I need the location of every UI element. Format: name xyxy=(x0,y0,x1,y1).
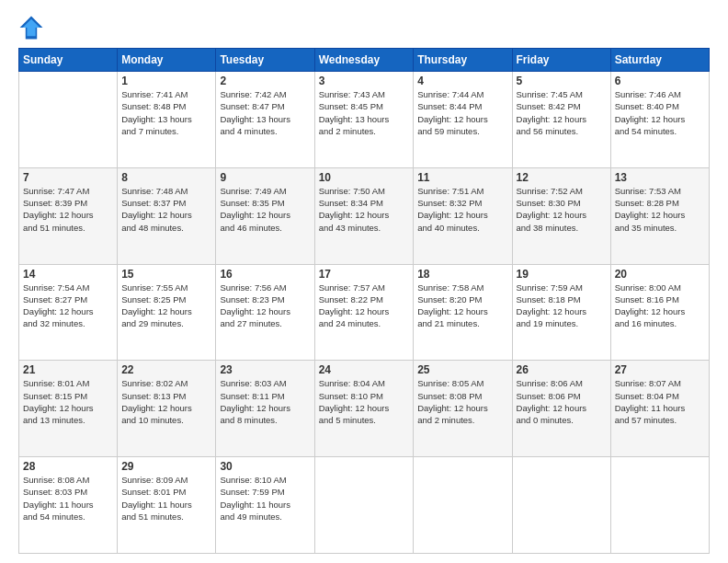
week-row-2: 7Sunrise: 7:47 AMSunset: 8:39 PMDaylight… xyxy=(19,167,710,264)
day-info: Sunrise: 7:53 AMSunset: 8:28 PMDaylight:… xyxy=(615,185,705,234)
day-cell: 21Sunrise: 8:01 AMSunset: 8:15 PMDayligh… xyxy=(19,361,118,457)
logo xyxy=(18,15,46,40)
day-info: Sunrise: 7:43 AMSunset: 8:45 PMDaylight:… xyxy=(319,88,410,137)
day-info: Sunrise: 8:00 AMSunset: 8:16 PMDaylight:… xyxy=(615,282,705,330)
day-info: Sunrise: 7:46 AMSunset: 8:40 PMDaylight:… xyxy=(615,88,705,137)
day-info: Sunrise: 8:03 AMSunset: 8:11 PMDaylight:… xyxy=(220,377,310,426)
day-number: 21 xyxy=(23,363,113,376)
week-row-3: 14Sunrise: 7:54 AMSunset: 8:27 PMDayligh… xyxy=(19,264,710,361)
day-cell xyxy=(414,457,512,554)
day-cell: 22Sunrise: 8:02 AMSunset: 8:13 PMDayligh… xyxy=(118,361,216,457)
weekday-header-tuesday: Tuesday xyxy=(216,49,314,72)
day-cell: 6Sunrise: 7:46 AMSunset: 8:40 PMDaylight… xyxy=(610,72,709,168)
day-number: 16 xyxy=(220,268,310,281)
day-number: 17 xyxy=(319,268,410,281)
day-number: 14 xyxy=(23,268,113,281)
day-cell xyxy=(512,457,610,554)
day-number: 13 xyxy=(615,171,705,184)
day-number: 3 xyxy=(319,75,410,87)
day-info: Sunrise: 7:58 AMSunset: 8:20 PMDaylight:… xyxy=(417,282,507,330)
week-row-5: 28Sunrise: 8:08 AMSunset: 8:03 PMDayligh… xyxy=(19,457,710,554)
page: SundayMondayTuesdayWednesdayThursdayFrid… xyxy=(0,0,728,563)
day-info: Sunrise: 7:57 AMSunset: 8:22 PMDaylight:… xyxy=(319,282,410,330)
week-row-4: 21Sunrise: 8:01 AMSunset: 8:15 PMDayligh… xyxy=(19,361,710,457)
day-info: Sunrise: 7:44 AMSunset: 8:44 PMDaylight:… xyxy=(417,88,507,137)
day-info: Sunrise: 8:02 AMSunset: 8:13 PMDaylight:… xyxy=(121,377,211,426)
day-number: 23 xyxy=(220,363,310,376)
day-cell: 26Sunrise: 8:06 AMSunset: 8:06 PMDayligh… xyxy=(512,361,610,457)
day-cell: 11Sunrise: 7:51 AMSunset: 8:32 PMDayligh… xyxy=(414,167,512,264)
day-number: 19 xyxy=(517,268,607,281)
day-cell xyxy=(19,72,118,168)
day-cell: 7Sunrise: 7:47 AMSunset: 8:39 PMDaylight… xyxy=(19,167,118,264)
header xyxy=(18,15,710,40)
day-number: 18 xyxy=(417,268,507,281)
day-cell: 27Sunrise: 8:07 AMSunset: 8:04 PMDayligh… xyxy=(610,361,709,457)
day-info: Sunrise: 8:04 AMSunset: 8:10 PMDaylight:… xyxy=(319,377,410,426)
day-cell: 15Sunrise: 7:55 AMSunset: 8:25 PMDayligh… xyxy=(118,264,216,361)
weekday-header-sunday: Sunday xyxy=(19,49,118,72)
day-cell: 10Sunrise: 7:50 AMSunset: 8:34 PMDayligh… xyxy=(314,167,414,264)
day-info: Sunrise: 7:50 AMSunset: 8:34 PMDaylight:… xyxy=(319,185,410,234)
day-info: Sunrise: 8:08 AMSunset: 8:03 PMDaylight:… xyxy=(23,474,113,523)
day-info: Sunrise: 8:06 AMSunset: 8:06 PMDaylight:… xyxy=(517,377,607,426)
day-cell: 5Sunrise: 7:45 AMSunset: 8:42 PMDaylight… xyxy=(512,72,610,168)
day-info: Sunrise: 7:55 AMSunset: 8:25 PMDaylight:… xyxy=(121,282,211,330)
day-number: 24 xyxy=(319,363,410,376)
day-number: 5 xyxy=(517,75,607,87)
day-info: Sunrise: 7:52 AMSunset: 8:30 PMDaylight:… xyxy=(517,185,607,234)
day-number: 9 xyxy=(220,171,310,184)
weekday-header-saturday: Saturday xyxy=(610,49,709,72)
day-number: 8 xyxy=(121,171,211,184)
logo-icon xyxy=(18,15,44,40)
day-number: 6 xyxy=(615,75,705,87)
day-cell: 29Sunrise: 8:09 AMSunset: 8:01 PMDayligh… xyxy=(118,457,216,554)
day-number: 10 xyxy=(319,171,410,184)
day-number: 4 xyxy=(417,75,507,87)
weekday-header-wednesday: Wednesday xyxy=(314,49,414,72)
day-cell: 25Sunrise: 8:05 AMSunset: 8:08 PMDayligh… xyxy=(414,361,512,457)
day-info: Sunrise: 8:01 AMSunset: 8:15 PMDaylight:… xyxy=(23,377,113,426)
day-cell: 9Sunrise: 7:49 AMSunset: 8:35 PMDaylight… xyxy=(216,167,314,264)
day-cell xyxy=(610,457,709,554)
day-number: 7 xyxy=(23,171,113,184)
day-cell: 8Sunrise: 7:48 AMSunset: 8:37 PMDaylight… xyxy=(118,167,216,264)
day-cell: 24Sunrise: 8:04 AMSunset: 8:10 PMDayligh… xyxy=(314,361,414,457)
day-cell: 2Sunrise: 7:42 AMSunset: 8:47 PMDaylight… xyxy=(216,72,314,168)
day-info: Sunrise: 7:56 AMSunset: 8:23 PMDaylight:… xyxy=(220,282,310,330)
day-number: 22 xyxy=(121,363,211,376)
day-cell: 18Sunrise: 7:58 AMSunset: 8:20 PMDayligh… xyxy=(414,264,512,361)
day-number: 2 xyxy=(220,75,310,87)
weekday-header-row: SundayMondayTuesdayWednesdayThursdayFrid… xyxy=(19,49,710,72)
day-cell: 16Sunrise: 7:56 AMSunset: 8:23 PMDayligh… xyxy=(216,264,314,361)
day-cell: 30Sunrise: 8:10 AMSunset: 7:59 PMDayligh… xyxy=(216,457,314,554)
day-number: 15 xyxy=(121,268,211,281)
day-cell: 4Sunrise: 7:44 AMSunset: 8:44 PMDaylight… xyxy=(414,72,512,168)
day-info: Sunrise: 8:07 AMSunset: 8:04 PMDaylight:… xyxy=(615,377,705,426)
day-info: Sunrise: 7:51 AMSunset: 8:32 PMDaylight:… xyxy=(417,185,507,234)
weekday-header-monday: Monday xyxy=(118,49,216,72)
weekday-header-friday: Friday xyxy=(512,49,610,72)
day-number: 29 xyxy=(121,460,211,473)
day-info: Sunrise: 8:05 AMSunset: 8:08 PMDaylight:… xyxy=(417,377,507,426)
day-cell: 20Sunrise: 8:00 AMSunset: 8:16 PMDayligh… xyxy=(610,264,709,361)
day-info: Sunrise: 7:59 AMSunset: 8:18 PMDaylight:… xyxy=(517,282,607,330)
day-cell: 23Sunrise: 8:03 AMSunset: 8:11 PMDayligh… xyxy=(216,361,314,457)
day-number: 12 xyxy=(517,171,607,184)
day-cell: 14Sunrise: 7:54 AMSunset: 8:27 PMDayligh… xyxy=(19,264,118,361)
day-number: 26 xyxy=(517,363,607,376)
calendar-table: SundayMondayTuesdayWednesdayThursdayFrid… xyxy=(18,48,710,554)
day-info: Sunrise: 7:49 AMSunset: 8:35 PMDaylight:… xyxy=(220,185,310,234)
day-cell: 12Sunrise: 7:52 AMSunset: 8:30 PMDayligh… xyxy=(512,167,610,264)
day-info: Sunrise: 8:10 AMSunset: 7:59 PMDaylight:… xyxy=(220,474,310,523)
day-cell: 17Sunrise: 7:57 AMSunset: 8:22 PMDayligh… xyxy=(314,264,414,361)
day-cell: 28Sunrise: 8:08 AMSunset: 8:03 PMDayligh… xyxy=(19,457,118,554)
day-info: Sunrise: 8:09 AMSunset: 8:01 PMDaylight:… xyxy=(121,474,211,523)
day-cell: 3Sunrise: 7:43 AMSunset: 8:45 PMDaylight… xyxy=(314,72,414,168)
day-info: Sunrise: 7:41 AMSunset: 8:48 PMDaylight:… xyxy=(121,88,211,137)
day-info: Sunrise: 7:42 AMSunset: 8:47 PMDaylight:… xyxy=(220,88,310,137)
day-info: Sunrise: 7:47 AMSunset: 8:39 PMDaylight:… xyxy=(23,185,113,234)
day-number: 30 xyxy=(220,460,310,473)
svg-marker-1 xyxy=(23,19,40,37)
week-row-1: 1Sunrise: 7:41 AMSunset: 8:48 PMDaylight… xyxy=(19,72,710,168)
